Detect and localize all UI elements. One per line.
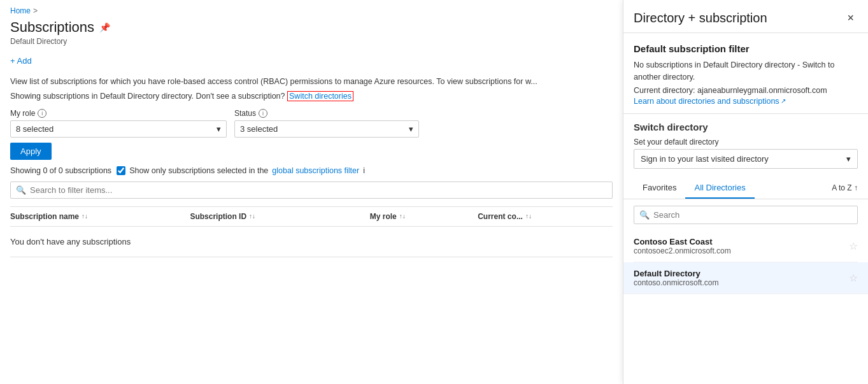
search-bar: 🔍 bbox=[10, 181, 613, 199]
tab-favorites[interactable]: Favorites bbox=[634, 178, 685, 199]
search-input[interactable] bbox=[30, 185, 607, 195]
directory-item-default[interactable]: Default Directory contoso.onmicrosoft.co… bbox=[623, 262, 868, 294]
sort-az-button[interactable]: A to Z ↑ bbox=[832, 183, 858, 192]
panel-header: Directory + subscription × bbox=[623, 0, 868, 33]
filter-checkbox-label[interactable]: Show only subscriptions selected in the … bbox=[117, 166, 365, 175]
my-role-info-icon[interactable]: i bbox=[38, 109, 46, 118]
breadcrumb: Home > bbox=[10, 0, 613, 19]
set-default-label: Set your default directory bbox=[634, 138, 858, 146]
sort-icon-role[interactable]: ↑↓ bbox=[399, 213, 406, 220]
showing-row: Showing 0 of 0 subscriptions Show only s… bbox=[10, 166, 613, 175]
th-subscription-name: Subscription name ↑↓ bbox=[10, 212, 190, 221]
breadcrumb-separator: > bbox=[33, 6, 38, 15]
default-directory-dropdown[interactable]: Sign in to your last visited directory ▾ bbox=[634, 149, 858, 169]
dropdown-value: Sign in to your last visited directory bbox=[641, 154, 769, 164]
th-current-co: Current co... ↑↓ bbox=[478, 212, 613, 221]
breadcrumb-home[interactable]: Home bbox=[10, 6, 31, 15]
apply-button[interactable]: Apply bbox=[10, 143, 52, 160]
th-my-role: My role ↑↓ bbox=[370, 212, 478, 221]
search-icon: 🔍 bbox=[16, 185, 26, 195]
switch-directory-title: Switch directory bbox=[634, 122, 858, 132]
status-label: Status bbox=[234, 109, 256, 118]
directory-item-contoso-east[interactable]: Contoso East Coast contosoec2.onmicrosof… bbox=[634, 231, 858, 262]
status-select[interactable]: 3 selected ▾ bbox=[234, 120, 419, 138]
status-filter: Status i 3 selected ▾ bbox=[234, 109, 419, 138]
dir-domain-default: contoso.onmicrosoft.com bbox=[634, 278, 718, 287]
my-role-select[interactable]: 8 selected ▾ bbox=[10, 120, 227, 138]
panel-close-button[interactable]: × bbox=[843, 10, 858, 26]
default-filter-section: Default subscription filter No subscript… bbox=[623, 33, 868, 106]
info-description: View list of subscriptions for which you… bbox=[10, 76, 613, 88]
checkbox-info-icon[interactable]: i bbox=[363, 166, 365, 175]
switch-directory-section: Switch directory Set your default direct… bbox=[623, 114, 868, 178]
panel-search-icon: 🔍 bbox=[639, 210, 650, 220]
sort-icon-name[interactable]: ↑↓ bbox=[82, 213, 88, 220]
default-filter-desc: No subscriptions in Default Directory di… bbox=[634, 59, 858, 83]
table-header: Subscription name ↑↓ Subscription ID ↑↓ … bbox=[10, 207, 613, 227]
dir-name-default: Default Directory bbox=[634, 269, 718, 278]
status-info-icon[interactable]: i bbox=[259, 109, 267, 118]
page-title-row: Subscriptions 📌 bbox=[10, 19, 613, 36]
default-filter-title: Default subscription filter bbox=[634, 43, 858, 54]
dropdown-chevron-icon: ▾ bbox=[846, 154, 851, 164]
dir-name-contoso-east: Contoso East Coast bbox=[634, 237, 731, 246]
table-container: Subscription name ↑↓ Subscription ID ↑↓ … bbox=[10, 206, 613, 257]
panel-title: Directory + subscription bbox=[634, 11, 767, 25]
th-subscription-id: Subscription ID ↑↓ bbox=[190, 212, 369, 221]
add-button[interactable]: + Add bbox=[10, 53, 32, 68]
directory-list: Contoso East Coast contosoec2.onmicrosof… bbox=[623, 231, 868, 294]
checkbox-text: Show only subscriptions selected in the bbox=[129, 166, 268, 175]
current-directory-value: ajaneaburnleygmail.onmicrosoft.com bbox=[697, 86, 827, 95]
filter-checkbox[interactable] bbox=[117, 166, 125, 175]
table-empty-message: You don't have any subscriptions bbox=[10, 227, 613, 257]
sort-icon-id[interactable]: ↑↓ bbox=[249, 213, 255, 220]
pin-icon[interactable]: 📌 bbox=[99, 22, 110, 32]
page-title: Subscriptions bbox=[10, 19, 94, 36]
learn-about-directories-link[interactable]: Learn about directories and subscription… bbox=[634, 97, 786, 106]
page-subtitle: Default Directory bbox=[10, 37, 613, 46]
tab-all-directories[interactable]: All Directories bbox=[685, 178, 754, 199]
filters-row: My role i 8 selected ▾ Status i 3 select… bbox=[10, 109, 613, 138]
panel-search-input[interactable] bbox=[653, 210, 852, 220]
global-subscriptions-filter-link[interactable]: global subscriptions filter bbox=[272, 166, 359, 175]
star-icon-contoso-east[interactable]: ☆ bbox=[849, 240, 858, 252]
directory-subscription-panel: Directory + subscription × Default subsc… bbox=[623, 0, 868, 384]
star-icon-default[interactable]: ☆ bbox=[849, 272, 858, 284]
tabs-left: Favorites All Directories bbox=[634, 178, 755, 199]
info-showing: Showing subscriptions in Default Directo… bbox=[10, 90, 613, 103]
dir-domain-contoso-east: contosoec2.onmicrosoft.com bbox=[634, 246, 731, 255]
my-role-filter: My role i 8 selected ▾ bbox=[10, 109, 227, 138]
panel-search-bar: 🔍 bbox=[634, 206, 858, 224]
switch-directories-link[interactable]: Switch directories bbox=[287, 91, 353, 101]
tabs-row: Favorites All Directories A to Z ↑ bbox=[623, 178, 868, 199]
current-directory-label: Current directory: ajaneaburnleygmail.on… bbox=[634, 86, 858, 95]
showing-count: Showing 0 of 0 subscriptions bbox=[10, 166, 111, 175]
sort-icon-co[interactable]: ↑↓ bbox=[525, 213, 532, 220]
my-role-label: My role bbox=[10, 109, 35, 118]
